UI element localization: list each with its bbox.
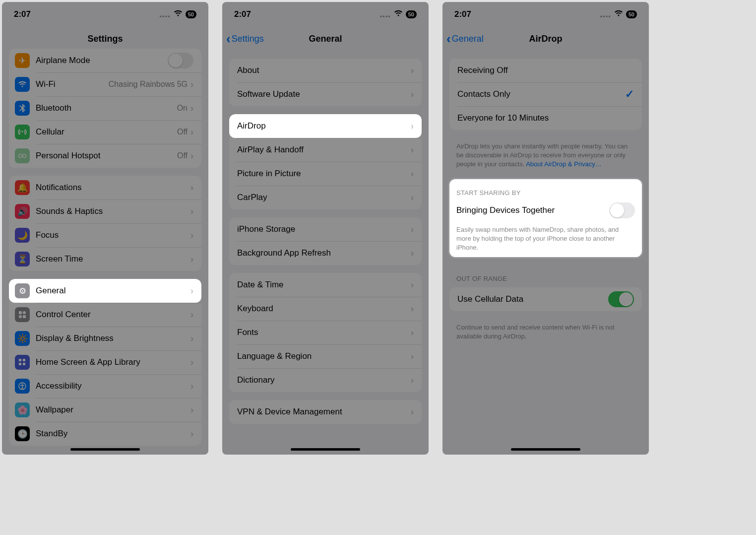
general-row-dictionary[interactable]: Dictionary › — [229, 368, 422, 392]
row-label: Home Screen & App Library — [36, 357, 190, 367]
system-group: ⚙ General › Control Center › 🔆 Display &… — [9, 279, 201, 446]
setting-row-sounds[interactable]: 🔊 Sounds & Haptics › — [9, 200, 201, 223]
vpn-group: VPN & Device Management › — [229, 400, 422, 424]
setting-row-focus[interactable]: 🌙 Focus › — [9, 223, 201, 247]
general-row-airplay[interactable]: AirPlay & Handoff › — [229, 138, 422, 162]
toggle-use-cellular[interactable] — [608, 291, 634, 307]
chevron-left-icon: ‹ — [446, 32, 451, 45]
row-label: Notifications — [36, 183, 190, 193]
receiving-group: Receiving Off Contacts Only ✓ Everyone f… — [449, 59, 642, 130]
general-row-fonts[interactable]: Fonts › — [229, 321, 422, 344]
general-row-date-time[interactable]: Date & Time › — [229, 273, 422, 297]
setting-row-homescreen[interactable]: Home Screen & App Library › — [9, 350, 201, 374]
setting-row-screentime[interactable]: ⏳ Screen Time › — [9, 247, 201, 271]
row-use-cellular[interactable]: Use Cellular Data — [449, 287, 642, 311]
row-label: Use Cellular Data — [457, 294, 608, 304]
privacy-link[interactable]: About AirDrop & Privacy… — [526, 160, 601, 168]
checkmark-icon: ✓ — [625, 88, 634, 101]
row-label: Fonts — [237, 328, 411, 337]
row-label: General — [36, 286, 190, 296]
row-label: Language & Region — [237, 351, 411, 361]
chevron-right-icon: › — [411, 280, 414, 290]
option-contacts-only[interactable]: Contacts Only ✓ — [449, 82, 642, 106]
home-indicator[interactable] — [70, 448, 140, 451]
about-group: About › Software Update › — [229, 59, 422, 106]
chevron-right-icon: › — [190, 230, 193, 241]
chevron-right-icon: › — [411, 304, 414, 314]
storage-group: iPhone Storage › Background App Refresh … — [229, 217, 422, 265]
wallpaper-icon: 🌸 — [15, 402, 30, 417]
row-label: Cellular — [36, 127, 177, 137]
back-button[interactable]: ‹ Settings — [226, 32, 264, 45]
chevron-right-icon: › — [190, 254, 193, 265]
screentime-icon: ⏳ — [15, 252, 30, 267]
toggle-bringing-devices[interactable] — [609, 202, 635, 218]
chevron-right-icon: › — [190, 183, 193, 193]
screenshot-airdrop: 2:07 •••• 50 ‹ General AirDrop Receiving… — [442, 2, 649, 455]
row-label: Receiving Off — [457, 66, 634, 75]
hotspot-icon — [15, 148, 30, 163]
setting-row-accessibility[interactable]: Accessibility › — [9, 374, 201, 398]
status-bar: 2:07 •••• 50 — [442, 2, 649, 27]
battery-indicator: 50 — [406, 10, 417, 18]
general-row-airdrop[interactable]: AirDrop › — [229, 114, 422, 138]
row-label: About — [237, 66, 411, 75]
wifi-icon — [174, 9, 183, 19]
general-row-software-update[interactable]: Software Update › — [229, 82, 422, 106]
cellular-icon — [15, 125, 30, 139]
row-label: Bluetooth — [36, 103, 177, 113]
row-label: Everyone for 10 Minutes — [457, 113, 634, 123]
row-value: Chasing Rainbows 5G — [109, 80, 188, 89]
setting-row-general[interactable]: ⚙ General › — [9, 279, 201, 303]
svg-point-0 — [19, 154, 22, 158]
setting-row-wifi[interactable]: Wi-Fi Chasing Rainbows 5G › — [9, 72, 201, 96]
chevron-right-icon: › — [190, 405, 193, 415]
chevron-right-icon: › — [190, 381, 193, 392]
general-row-language[interactable]: Language & Region › — [229, 344, 422, 368]
general-row-keyboard[interactable]: Keyboard › — [229, 297, 422, 321]
back-label: General — [452, 34, 484, 44]
sounds-icon: 🔊 — [15, 204, 30, 219]
general-row-vpn[interactable]: VPN & Device Management › — [229, 400, 422, 424]
alerts-group: 🔔 Notifications › 🔊 Sounds & Haptics › 🌙… — [9, 176, 201, 271]
general-row-pip[interactable]: Picture in Picture › — [229, 162, 422, 186]
wifi-icon — [614, 9, 623, 19]
setting-row-cellular[interactable]: Cellular Off › — [9, 120, 201, 144]
option-receiving-off[interactable]: Receiving Off — [449, 59, 642, 82]
home-indicator[interactable] — [291, 448, 360, 451]
continuity-group: AirDrop › AirPlay & Handoff › Picture in… — [229, 114, 422, 209]
setting-row-standby[interactable]: 🕒 StandBy › — [9, 422, 201, 446]
nav-header: ‹ General AirDrop — [442, 27, 649, 51]
cellular-dots-icon: •••• — [160, 12, 171, 20]
sharing-footer: Easily swap numbers with NameDrop, share… — [449, 221, 642, 253]
home-indicator[interactable] — [511, 448, 580, 451]
battery-indicator: 50 — [186, 10, 196, 18]
chevron-right-icon: › — [190, 151, 193, 161]
row-label: Wallpaper — [36, 405, 190, 415]
row-label: Accessibility — [36, 381, 190, 391]
setting-row-hotspot[interactable]: Personal Hotspot Off › — [9, 144, 201, 168]
row-label: Bringing Devices Together — [456, 205, 609, 215]
setting-row-airplane[interactable]: ✈ Airplane Mode — [9, 49, 201, 72]
back-button[interactable]: ‹ General — [446, 32, 484, 45]
row-label: Sounds & Haptics — [36, 206, 190, 216]
screenshot-settings: 2:07 •••• 50 Settings ✈ Airplane Mode Wi… — [2, 2, 208, 455]
chevron-right-icon: › — [411, 66, 414, 76]
general-row-about[interactable]: About › — [229, 59, 422, 82]
toggle-airplane[interactable] — [168, 53, 193, 68]
setting-row-wallpaper[interactable]: 🌸 Wallpaper › — [9, 398, 201, 422]
general-row-carplay[interactable]: CarPlay › — [229, 186, 422, 209]
setting-row-display[interactable]: 🔆 Display & Brightness › — [9, 327, 201, 350]
accessibility-icon — [15, 379, 30, 394]
status-time: 2:07 — [234, 9, 251, 19]
row-label: Dictionary — [237, 375, 411, 385]
row-bringing-devices[interactable]: Bringing Devices Together — [449, 200, 642, 221]
setting-row-bluetooth[interactable]: Bluetooth On › — [9, 96, 201, 120]
general-row-storage[interactable]: iPhone Storage › — [229, 217, 422, 241]
row-label: AirPlay & Handoff — [237, 145, 411, 155]
setting-row-notifications[interactable]: 🔔 Notifications › — [9, 176, 201, 200]
svg-rect-3 — [23, 311, 26, 314]
general-row-background-refresh[interactable]: Background App Refresh › — [229, 241, 422, 265]
option-everyone-10min[interactable]: Everyone for 10 Minutes — [449, 106, 642, 130]
setting-row-control-center[interactable]: Control Center › — [9, 303, 201, 327]
